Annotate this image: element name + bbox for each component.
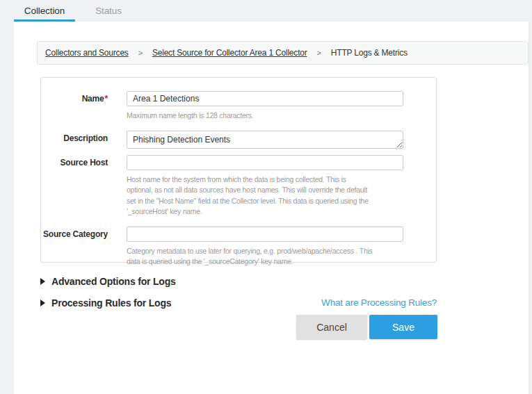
source-form-panel: Name* Maximum name length is 128 charact… xyxy=(40,77,437,263)
advanced-options-section-title: Advanced Options for Logs xyxy=(51,276,176,287)
tab-collection-label: Collection xyxy=(24,6,65,16)
processing-rules-section-toggle[interactable]: Processing Rules for Logs xyxy=(40,297,171,309)
what-are-processing-rules-link[interactable]: What are Processing Rules? xyxy=(321,297,437,308)
required-marker: * xyxy=(105,94,108,104)
tab-status-label: Status xyxy=(95,6,122,16)
breadcrumb-current-page: HTTP Logs & Metrics xyxy=(331,48,408,58)
name-field-row: Name* Maximum name length is 128 charact… xyxy=(41,91,436,122)
name-field-control: Maximum name length is 128 characters. xyxy=(127,91,403,122)
source-config-screen: Collection Status Collectors and Sources… xyxy=(0,0,532,394)
source-category-help-text: Category metadata to use later for query… xyxy=(127,246,403,268)
tab-status[interactable]: Status xyxy=(78,0,139,22)
source-host-input[interactable] xyxy=(127,155,403,170)
advanced-options-section-toggle[interactable]: Advanced Options for Logs xyxy=(40,276,176,287)
breadcrumb-separator: > xyxy=(317,49,321,57)
source-category-field-control: Category metadata to use later for query… xyxy=(127,227,403,268)
description-field-row: Description Phishing Detection Events xyxy=(41,131,436,149)
right-edge-divider xyxy=(529,22,530,394)
breadcrumb-link-select-source[interactable]: Select Source for Collector Area 1 Colle… xyxy=(152,48,307,58)
name-label: Name* xyxy=(41,91,108,106)
description-label: Description xyxy=(41,131,108,146)
source-category-label: Source Category xyxy=(41,227,108,242)
name-help-text: Maximum name length is 128 characters. xyxy=(127,110,403,122)
cancel-button[interactable]: Cancel xyxy=(296,315,367,339)
source-host-field-row: Source Host Host name for the system fro… xyxy=(41,155,436,217)
save-button[interactable]: Save xyxy=(369,315,437,339)
description-field-control: Phishing Detection Events xyxy=(127,131,403,149)
form-actions: Cancel Save xyxy=(296,315,437,339)
tab-collection[interactable]: Collection xyxy=(14,0,75,22)
active-tab-underline xyxy=(14,19,75,22)
source-host-field-control: Host name for the system from which the … xyxy=(127,155,403,217)
description-textarea[interactable]: Phishing Detection Events xyxy=(127,131,403,149)
breadcrumb: Collectors and Sources > Select Source f… xyxy=(37,41,529,65)
processing-rules-section-title: Processing Rules for Logs xyxy=(51,297,171,309)
source-category-field-row: Source Category Category metadata to use… xyxy=(41,227,436,268)
breadcrumb-separator: > xyxy=(138,49,143,57)
breadcrumb-link-collectors[interactable]: Collectors and Sources xyxy=(45,48,129,58)
source-category-input[interactable] xyxy=(127,227,403,242)
source-host-label: Source Host xyxy=(41,155,108,170)
expand-arrow-icon xyxy=(40,278,45,285)
expand-arrow-icon xyxy=(40,299,45,306)
name-input[interactable] xyxy=(127,91,403,106)
source-host-help-text: Host name for the system from which the … xyxy=(127,174,403,217)
